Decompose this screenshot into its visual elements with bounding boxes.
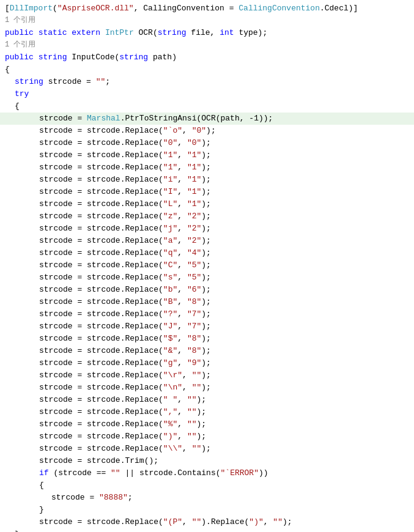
code-line-42: } [0,504,414,516]
code-line-18: strcode = strcode.Replace("z", "2"); [0,210,414,223]
code-line-29: strcode = strcode.Replace("&", "8"); [0,345,414,357]
code-line-13: strcode = strcode.Replace("1", "1"); [0,149,414,161]
code-line-23: strcode = strcode.Replace("s", "5"); [0,272,414,284]
code-line-22: strcode = strcode.Replace("C", "5"); [0,259,414,272]
code-line-14: strcode = strcode.Replace("1", "1"); [0,161,414,174]
code-line-26: strcode = strcode.Replace("?", "7"); [0,308,414,320]
code-line-40: { [0,479,414,492]
code-line-9: { [0,100,414,113]
code-line-37: strcode = strcode.Replace("\\", ""); [0,443,414,455]
code-line-4: 1 个引用 [0,39,414,51]
code-line-11: strcode = strcode.Replace("`o", "0"); [0,125,414,137]
code-line-34: strcode = strcode.Replace(",", ""); [0,406,414,418]
code-line-2: 1 个引用 [0,15,414,27]
code-line-28: strcode = strcode.Replace("$", "8"); [0,333,414,345]
code-editor: [DllImport("AspriseOCR.dll", CallingConv… [0,0,414,532]
code-line-43: strcode = strcode.Replace("(P", "").Repl… [0,516,414,528]
code-line-32: strcode = strcode.Replace("\n", ""); [0,382,414,394]
code-line-6: { [0,64,414,76]
code-line-21: strcode = strcode.Replace("q", "4"); [0,247,414,259]
code-line-35: strcode = strcode.Replace("%", ""); [0,418,414,430]
code-line-24: strcode = strcode.Replace("b", "6"); [0,284,414,296]
code-line-7: string strcode = ""; [0,76,414,88]
code-line-31: strcode = strcode.Replace("\r", ""); [0,369,414,382]
code-line-19: strcode = strcode.Replace("j", "2"); [0,223,414,235]
code-line-39: if (strcode == "" || strcode.Contains("`… [0,467,414,479]
code-line-17: strcode = strcode.Replace("L", "1"); [0,198,414,210]
code-line-44: } [0,528,414,532]
code-line-33: strcode = strcode.Replace(" ", ""); [0,394,414,406]
code-line-27: strcode = strcode.Replace("J", "7"); [0,320,414,333]
code-line-15: strcode = strcode.Replace("i", "1"); [0,174,414,186]
code-line-10: strcode = Marshal.PtrToStringAnsi(OCR(pa… [0,113,414,125]
code-line-5: public string InputCode(string path) [0,51,414,64]
code-line-16: strcode = strcode.Replace("I", "1"); [0,186,414,198]
code-line-30: strcode = strcode.Replace("g", "9"); [0,357,414,369]
code-line-1: [DllImport("AspriseOCR.dll", CallingConv… [0,2,414,15]
code-line-41: strcode = "8888"; [0,492,414,504]
code-line-36: strcode = strcode.Replace(")", ""); [0,430,414,443]
code-line-38: strcode = strcode.Trim(); [0,455,414,467]
code-line-20: strcode = strcode.Replace("a", "2"); [0,235,414,247]
code-line-12: strcode = strcode.Replace("0", "0"); [0,137,414,149]
code-line-8: try [0,88,414,100]
code-line-3: public static extern IntPtr OCR(string f… [0,27,414,39]
code-line-25: strcode = strcode.Replace("B", "8"); [0,296,414,308]
